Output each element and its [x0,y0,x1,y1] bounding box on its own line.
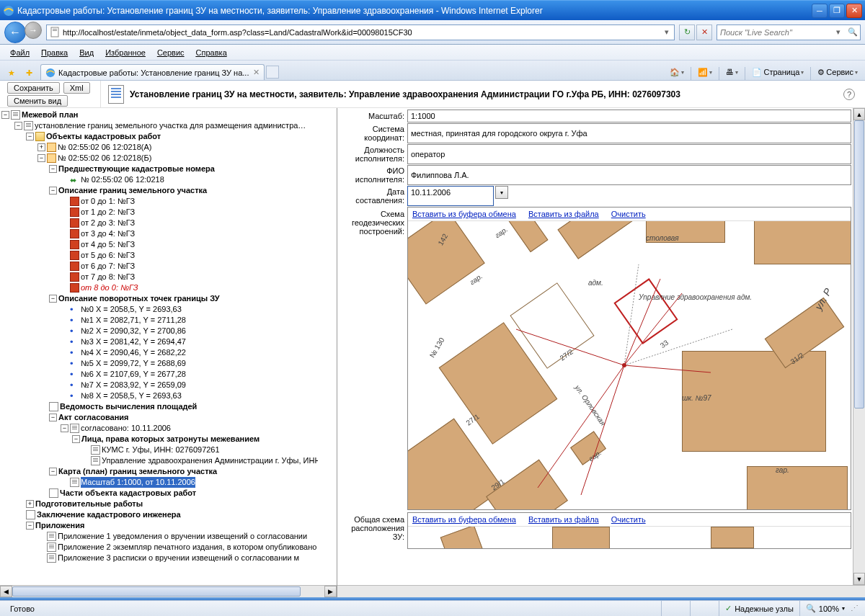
browser-navbar: ← → ▾ ↻ ✕ ▾ 🔍 [0,20,865,45]
home-button[interactable]: 🏠▾ [667,64,687,80]
browser-tab[interactable]: Кадастровые работы: Установление границ … [40,64,265,80]
print-button[interactable]: 🖶▾ [723,64,741,80]
svg-rect-1 [51,27,58,37]
menu-view[interactable]: Вид [74,47,99,58]
tools-menu[interactable]: ⚙Сервис▾ [815,64,861,80]
page-menu[interactable]: 📄Страница▾ [749,64,807,80]
new-tab-button[interactable] [266,66,279,79]
page-icon [50,27,61,38]
svg-rect-3 [53,30,57,31]
search-input[interactable] [717,28,831,37]
forward-button[interactable]: → [25,22,42,39]
search-box[interactable]: ▾ 🔍 [717,24,861,40]
menu-edit[interactable]: Правка [35,47,74,58]
favorites-star-icon[interactable]: ★ [4,66,19,80]
address-bar[interactable]: ▾ [46,24,675,40]
search-dropdown[interactable]: ▾ [831,27,846,37]
minimize-button[interactable]: ─ [812,4,828,18]
url-input[interactable] [63,28,661,37]
svg-rect-2 [53,29,57,30]
ie-icon [3,5,14,17]
tab-bar: ★ ✚ Кадастровые работы: Установление гра… [0,61,865,81]
menu-help[interactable]: Справка [190,47,233,58]
stop-button[interactable]: ✕ [696,24,712,40]
menu-tools[interactable]: Сервис [151,47,190,58]
window-titlebar: Кадастровые работы: Установление границ … [0,0,865,20]
tab-label: Кадастровые работы: Установление границ … [58,68,249,77]
rss-button[interactable]: 📶▾ [695,64,715,80]
menu-bar: Файл Правка Вид Избранное Сервис Справка [0,45,865,61]
search-button[interactable]: 🔍 [846,27,860,37]
back-button[interactable]: ← [4,22,26,43]
close-button[interactable]: ✕ [846,4,862,18]
refresh-button[interactable]: ↻ [679,24,695,40]
url-dropdown[interactable]: ▾ [661,27,673,37]
menu-favorites[interactable]: Избранное [99,47,151,58]
window-title: Кадастровые работы: Установление границ … [17,6,812,16]
maximize-button[interactable]: ❐ [829,4,845,18]
menu-file[interactable]: Файл [4,47,35,58]
add-favorites-icon[interactable]: ✚ [22,66,36,80]
ie-small-icon [45,68,56,78]
tab-close-icon[interactable]: ✕ [253,68,260,77]
